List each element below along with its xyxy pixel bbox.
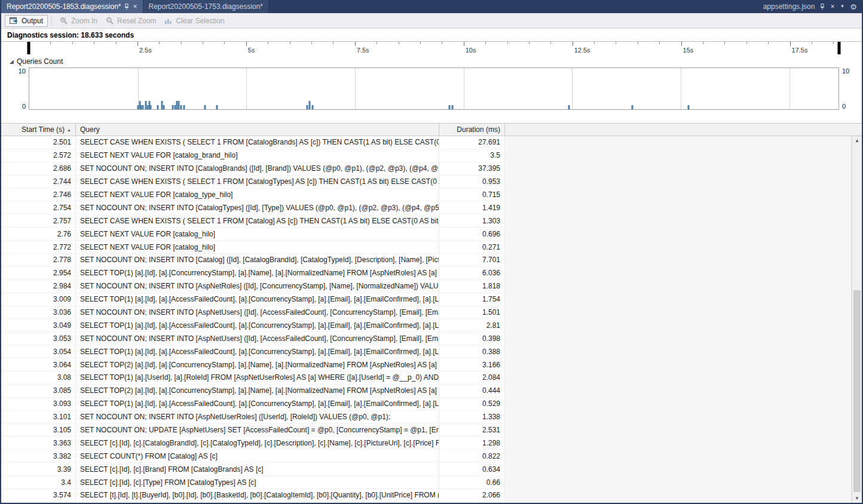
cell-duration: 2.066 bbox=[439, 489, 505, 502]
cell-query: SELECT TOP(1) [a].[Id], [a].[AccessFaile… bbox=[76, 319, 439, 331]
table-row[interactable]: 2.757SELECT CASE WHEN EXISTS ( SELECT 1 … bbox=[1, 214, 505, 228]
table-row[interactable]: 3.105SET NOCOUNT ON; UPDATE [AspNetUsers… bbox=[1, 424, 505, 437]
ruler-tick bbox=[573, 42, 573, 46]
clear-selection-button[interactable]: Clear Selection bbox=[160, 16, 228, 26]
queries-count-section-header[interactable]: ◢ Queries Count bbox=[1, 56, 862, 66]
table-row[interactable]: 3.009SELECT TOP(1) [a].[Id], [a].[Access… bbox=[1, 293, 505, 306]
y-min-label: 0 bbox=[842, 103, 859, 110]
cell-duration: 0.271 bbox=[439, 241, 505, 253]
cell-query: SET NOCOUNT ON; INSERT INTO [AspNetUserR… bbox=[76, 411, 439, 423]
cell-start-time: 2.954 bbox=[1, 267, 76, 279]
reset-zoom-button[interactable]: Reset Zoom bbox=[102, 16, 160, 26]
output-button-label: Output bbox=[22, 17, 43, 25]
table-row[interactable]: 2.746SELECT NEXT VALUE FOR [catalog_type… bbox=[1, 189, 505, 202]
query-count-bar bbox=[163, 105, 165, 109]
scroll-up-icon[interactable]: ▲ bbox=[855, 136, 859, 145]
zoom-in-button[interactable]: Zoom In bbox=[56, 16, 102, 26]
query-count-bar bbox=[307, 105, 308, 109]
ruler-tick bbox=[50, 42, 51, 44]
table-row[interactable]: 3.053SET NOCOUNT ON; INSERT INTO [AspNet… bbox=[1, 332, 505, 345]
table-row[interactable]: 2.954SELECT TOP(1) [a].[Id], [a].[Concur… bbox=[1, 267, 505, 280]
column-header-query[interactable]: Query bbox=[76, 124, 439, 136]
collapse-triangle-icon[interactable]: ◢ bbox=[10, 59, 14, 64]
cell-duration: 1.754 bbox=[439, 293, 505, 306]
pin-icon[interactable] bbox=[820, 4, 825, 10]
table-row[interactable]: 2.572SELECT NEXT VALUE FOR [catalog_bran… bbox=[1, 149, 505, 162]
ruler-tick-label: 10s bbox=[466, 47, 476, 54]
tab-report-1753[interactable]: Report20200505-1753.diagsession* bbox=[143, 0, 268, 13]
queries-count-chart-row: 10 0 10 0 bbox=[1, 66, 862, 112]
table-row[interactable]: 3.036SET NOCOUNT ON; INSERT INTO [AspNet… bbox=[1, 306, 505, 319]
cell-start-time: 2.76 bbox=[1, 228, 76, 240]
session-boundary-marker[interactable] bbox=[838, 42, 841, 54]
query-count-bar bbox=[172, 105, 173, 109]
session-boundary-marker[interactable] bbox=[27, 42, 30, 54]
scrollbar-thumb[interactable] bbox=[853, 290, 861, 492]
table-row[interactable]: 3.4SELECT [c].[Id], [c].[Type] FROM [Cat… bbox=[1, 476, 505, 489]
cell-start-time: 2.984 bbox=[1, 280, 76, 293]
chart-gridline bbox=[464, 68, 464, 109]
table-row[interactable]: 3.101SET NOCOUNT ON; INSERT INTO [AspNet… bbox=[1, 411, 505, 424]
cell-query: SELECT TOP(1) [a].[UserId], [a].[RoleId]… bbox=[76, 371, 439, 384]
table-row[interactable]: 2.501SELECT CASE WHEN EXISTS ( SELECT 1 … bbox=[1, 136, 505, 149]
table-row[interactable]: 3.085SELECT TOP(2) [a].[Id], [a].[Concur… bbox=[1, 385, 505, 398]
vertical-scrollbar[interactable]: ▲ ▼ bbox=[852, 136, 862, 503]
query-count-bar bbox=[142, 105, 144, 109]
table-row[interactable]: 2.772SELECT NEXT VALUE FOR [catalog_hilo… bbox=[1, 241, 505, 254]
query-table-rows: 2.501SELECT CASE WHEN EXISTS ( SELECT 1 … bbox=[1, 136, 505, 503]
cell-query: SELECT [c].[Id], [c].[Brand] FROM [Catal… bbox=[76, 463, 439, 475]
chevron-down-icon[interactable]: ▼ bbox=[840, 4, 844, 9]
reset-zoom-label: Reset Zoom bbox=[117, 17, 156, 25]
table-row[interactable]: 2.778SET NOCOUNT ON; INSERT INTO [Catalo… bbox=[1, 254, 505, 267]
table-row[interactable]: 3.574SELECT [t].[Id], [t].[BuyerId], [b0… bbox=[1, 489, 505, 502]
table-row[interactable]: 3.382SELECT COUNT(*) FROM [Catalog] AS [… bbox=[1, 450, 505, 463]
cell-duration: 1.298 bbox=[439, 437, 505, 449]
tab-appsettings-label[interactable]: appsettings.json bbox=[763, 2, 815, 11]
cell-query: SELECT TOP(1) [a].[Id], [a].[AccessFaile… bbox=[76, 345, 439, 358]
cell-query: SELECT NEXT VALUE FOR [catalog_brand_hil… bbox=[76, 149, 439, 162]
chart-gridline bbox=[355, 68, 356, 109]
vs-diagnostics-window: Report20200505-1853.diagsession* × Repor… bbox=[0, 0, 863, 504]
ruler-tick bbox=[159, 42, 160, 44]
close-icon[interactable]: × bbox=[830, 3, 834, 10]
query-count-bar bbox=[157, 105, 159, 109]
queries-count-chart[interactable] bbox=[29, 67, 839, 110]
scroll-down-icon[interactable]: ▼ bbox=[855, 494, 859, 503]
column-header-start-time[interactable]: Start Time (s) ▲ bbox=[1, 124, 76, 136]
output-button[interactable]: Output bbox=[5, 15, 48, 27]
table-empty-area bbox=[505, 136, 852, 503]
cell-query: SET NOCOUNT ON; INSERT INTO [CatalogType… bbox=[76, 201, 439, 214]
table-row[interactable]: 3.054SELECT TOP(1) [a].[Id], [a].[Access… bbox=[1, 345, 505, 358]
cell-start-time: 3.39 bbox=[1, 463, 76, 475]
cell-start-time: 2.744 bbox=[1, 176, 76, 188]
table-row[interactable]: 3.049SELECT TOP(1) [a].[Id], [a].[Access… bbox=[1, 319, 505, 332]
timeline-ruler-track[interactable]: 2.5s5s7.5s10s12.5s15s17.5s bbox=[29, 42, 839, 56]
table-row[interactable]: 2.686SET NOCOUNT ON; INSERT INTO [Catalo… bbox=[1, 162, 505, 176]
query-count-bar bbox=[688, 105, 690, 109]
column-header-duration[interactable]: Duration (ms) bbox=[439, 124, 505, 136]
cell-duration: 0.398 bbox=[439, 332, 505, 345]
tab-label: Report20200505-1853.diagsession* bbox=[7, 2, 121, 11]
cell-query: SELECT [c].[Id], [c].[CatalogBrandId], [… bbox=[76, 437, 439, 449]
gear-icon[interactable]: ⚙ bbox=[850, 3, 857, 11]
pin-icon[interactable] bbox=[124, 4, 129, 10]
timeline-ruler[interactable]: 2.5s5s7.5s10s12.5s15s17.5s bbox=[1, 41, 862, 56]
chart-gridline bbox=[246, 68, 247, 109]
table-row[interactable]: 3.093SELECT TOP(1) [a].[Id], [a].[Access… bbox=[1, 398, 505, 411]
close-icon[interactable]: × bbox=[133, 3, 137, 10]
table-row[interactable]: 3.064SELECT TOP(2) [a].[Id], [a].[Concur… bbox=[1, 358, 505, 371]
table-row[interactable]: 3.08SELECT TOP(1) [a].[UserId], [a].[Rol… bbox=[1, 371, 505, 385]
table-row[interactable]: 2.984SET NOCOUNT ON; INSERT INTO [AspNet… bbox=[1, 280, 505, 293]
query-count-bar bbox=[137, 105, 139, 109]
table-row[interactable]: 3.39SELECT [c].[Id], [c].[Brand] FROM [C… bbox=[1, 463, 505, 476]
table-row[interactable]: 3.363SELECT [c].[Id], [c].[CatalogBrandI… bbox=[1, 437, 505, 450]
table-row[interactable]: 2.744SELECT CASE WHEN EXISTS ( SELECT 1 … bbox=[1, 176, 505, 189]
tab-report-1853[interactable]: Report20200505-1853.diagsession* × bbox=[1, 0, 143, 13]
table-row[interactable]: 2.754SET NOCOUNT ON; INSERT INTO [Catalo… bbox=[1, 201, 505, 214]
cell-start-time: 2.686 bbox=[1, 162, 76, 175]
chart-gridline bbox=[681, 68, 681, 109]
ruler-tick-label: 17.5s bbox=[792, 47, 808, 54]
cell-query: SELECT TOP(1) [a].[Id], [a].[AccessFaile… bbox=[76, 293, 439, 306]
ruler-tick bbox=[442, 42, 442, 44]
table-row[interactable]: 2.76SELECT NEXT VALUE FOR [catalog_hilo]… bbox=[1, 228, 505, 241]
